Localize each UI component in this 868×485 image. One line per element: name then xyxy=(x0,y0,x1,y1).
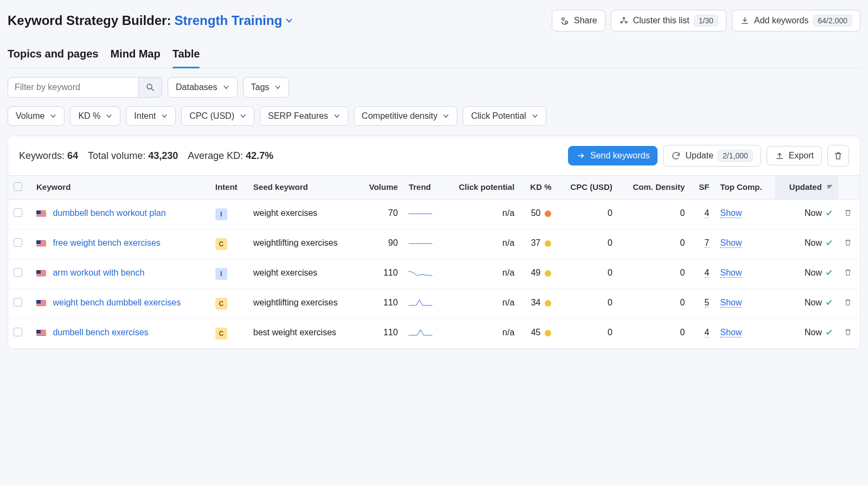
row-checkbox[interactable] xyxy=(14,328,22,336)
delete-row-button[interactable] xyxy=(844,298,854,307)
show-competitors[interactable]: Show xyxy=(720,268,742,278)
delete-row-button[interactable] xyxy=(844,208,854,217)
tab-topics-and-pages[interactable]: Topics and pages xyxy=(8,43,98,68)
search-button[interactable] xyxy=(138,78,162,97)
chevron-down-icon xyxy=(161,113,168,119)
filter-competitive-density[interactable]: Competitive density xyxy=(354,106,458,126)
updated-value: Now xyxy=(805,238,833,248)
svg-point-5 xyxy=(147,84,152,89)
seed-keyword: weightlifting exercises xyxy=(253,238,338,247)
col-intent[interactable]: Intent xyxy=(210,176,248,200)
update-button[interactable]: Update 2/1,000 xyxy=(663,145,761,167)
seed-keyword: weightlifting exercises xyxy=(253,298,338,307)
delete-row-button[interactable] xyxy=(844,268,854,277)
chevron-down-icon xyxy=(223,84,229,91)
sf-value: 5 xyxy=(690,289,714,319)
table-row: dumbbell bench workout plan I weight exe… xyxy=(8,200,860,229)
svg-point-4 xyxy=(626,22,627,23)
svg-point-3 xyxy=(621,22,622,23)
button-label: Add keywords xyxy=(754,16,809,25)
row-checkbox[interactable] xyxy=(14,208,22,217)
kd-value: 49 xyxy=(520,259,557,289)
intent-badge: C xyxy=(215,238,227,250)
row-checkbox[interactable] xyxy=(14,268,22,277)
intent-badge: C xyxy=(215,328,227,340)
download-icon xyxy=(740,16,750,25)
volume-value: 90 xyxy=(358,229,403,259)
col-seed[interactable]: Seed keyword xyxy=(248,176,358,200)
filter-serp-features[interactable]: SERP Features xyxy=(260,106,348,126)
share-button[interactable]: Share xyxy=(552,10,605,31)
click-potential-value: n/a xyxy=(443,319,520,349)
search-input[interactable] xyxy=(8,78,138,97)
col-kd[interactable]: KD % xyxy=(520,176,557,200)
col-click-potential[interactable]: Click potential xyxy=(443,176,520,200)
filter-volume[interactable]: Volume xyxy=(8,106,65,126)
col-trend[interactable]: Trend xyxy=(403,176,443,200)
cpc-value: 0 xyxy=(557,200,617,229)
export-button[interactable]: Export xyxy=(767,146,822,165)
keyword-link[interactable]: arm workout with bench xyxy=(53,268,144,277)
table-row: free weight bench exercises C weightlift… xyxy=(8,229,860,259)
cluster-icon xyxy=(619,16,629,25)
updated-value: Now xyxy=(805,208,833,218)
delete-row-button[interactable] xyxy=(844,328,854,336)
keyword-search[interactable] xyxy=(8,77,162,98)
add-keywords-button[interactable]: Add keywords 64/2,000 xyxy=(732,10,860,31)
sf-value: 7 xyxy=(690,229,714,259)
intent-badge: C xyxy=(215,298,227,310)
keyword-link[interactable]: dumbbell bench workout plan xyxy=(53,208,165,218)
cpc-value: 0 xyxy=(557,319,617,349)
seed-keyword: weight exercises xyxy=(253,208,317,218)
sf-value: 4 xyxy=(690,200,714,229)
total-volume: 43,230 xyxy=(148,150,178,161)
filter-tags[interactable]: Tags xyxy=(243,77,290,98)
keyword-link[interactable]: free weight bench exercises xyxy=(53,238,160,247)
updated-value: Now xyxy=(805,268,833,278)
kd-value: 34 xyxy=(520,289,557,319)
main-tabs: Topics and pages Mind Map Table xyxy=(8,43,860,68)
show-competitors[interactable]: Show xyxy=(720,238,742,248)
filter-databases[interactable]: Databases xyxy=(168,77,238,98)
col-volume[interactable]: Volume xyxy=(358,176,403,200)
col-cpc[interactable]: CPC (USD) xyxy=(557,176,617,200)
trend-cell xyxy=(403,289,443,319)
delete-all-button[interactable] xyxy=(827,145,849,167)
tab-mind-map[interactable]: Mind Map xyxy=(110,43,160,68)
tab-table[interactable]: Table xyxy=(173,43,200,68)
col-keyword[interactable]: Keyword xyxy=(31,176,210,200)
updated-value: Now xyxy=(805,328,833,337)
col-updated[interactable]: Updated xyxy=(775,176,838,200)
intent-badge: I xyxy=(215,208,227,220)
volume-value: 110 xyxy=(358,259,403,289)
col-top-comp[interactable]: Top Comp. xyxy=(714,176,775,200)
show-competitors[interactable]: Show xyxy=(720,298,742,308)
select-all-checkbox[interactable] xyxy=(14,182,22,191)
filter-intent[interactable]: Intent xyxy=(126,106,176,126)
keyword-link[interactable]: dumbell bench exercises xyxy=(53,328,148,337)
page-title: Keyword Strategy Builder: Strength Train… xyxy=(8,13,293,28)
filter-kd[interactable]: KD % xyxy=(70,106,120,126)
show-competitors[interactable]: Show xyxy=(720,208,742,218)
filter-click-potential[interactable]: Click Potential xyxy=(463,106,546,126)
cluster-button[interactable]: Cluster this list 1/30 xyxy=(611,10,726,31)
delete-row-button[interactable] xyxy=(844,238,854,247)
project-selector[interactable]: Strength Training xyxy=(174,13,293,28)
button-label: Share xyxy=(574,16,597,25)
send-keywords-button[interactable]: Send keywords xyxy=(568,146,658,165)
trend-cell xyxy=(403,319,443,349)
seed-keyword: weight exercises xyxy=(253,268,317,277)
add-count: 64/2,000 xyxy=(813,15,853,27)
col-sf[interactable]: SF xyxy=(690,176,714,200)
density-value: 0 xyxy=(618,200,691,229)
filter-cpc[interactable]: CPC (USD) xyxy=(181,106,254,126)
us-flag-icon xyxy=(36,330,46,336)
show-competitors[interactable]: Show xyxy=(720,328,742,337)
density-value: 0 xyxy=(618,259,691,289)
row-checkbox[interactable] xyxy=(14,238,22,247)
keyword-link[interactable]: weight bench dumbbell exercises xyxy=(53,298,181,307)
click-potential-value: n/a xyxy=(443,259,520,289)
col-com-density[interactable]: Com. Density xyxy=(618,176,691,200)
row-checkbox[interactable] xyxy=(14,298,22,307)
table-row: weight bench dumbbell exercises C weight… xyxy=(8,289,860,319)
